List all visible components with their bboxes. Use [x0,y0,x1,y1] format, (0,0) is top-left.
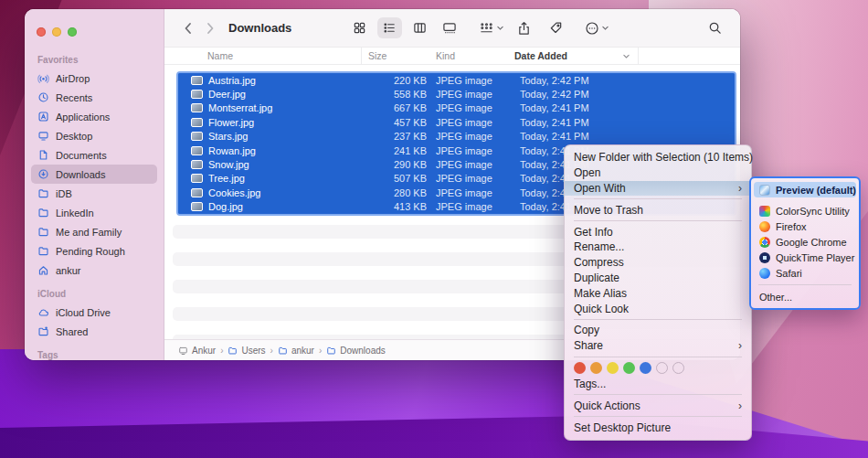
submenu-item-firefox[interactable]: Firefox [754,218,856,234]
sidebar-item-pending-rough[interactable]: Pending Rough [31,241,157,261]
tag-color-none[interactable] [672,362,684,374]
breadcrumb-separator: › [270,346,273,356]
tag-icon [549,21,563,35]
file-kind: JPEG image [436,131,514,142]
menu-item-label: Quick Look [574,303,629,315]
sidebar-item-idb[interactable]: iDB [31,184,157,203]
menu-item-share[interactable]: Share› [565,338,751,354]
menu-item-tags[interactable]: Tags... [565,377,751,392]
sidebar-item-desktop[interactable]: Desktop [31,126,157,145]
sidebar-item-shared[interactable]: Shared [31,322,157,341]
menu-item-copy[interactable]: Copy [565,323,751,338]
back-button[interactable] [177,17,199,39]
desktop: FavoritesAirDropRecentsApplicationsDeskt… [0,0,868,458]
file-kind: JPEG image [436,102,514,113]
context-menu: New Folder with Selection (10 Items)Open… [564,144,752,441]
sidebar-item-airdrop[interactable]: AirDrop [31,69,157,88]
menu-item-duplicate[interactable]: Duplicate [565,271,751,286]
menu-item-make-alias[interactable]: Make Alias [565,285,751,301]
menu-separator [574,416,742,417]
column-header-date-added[interactable]: Date Added [514,48,639,64]
submenu-item-quicktime-player[interactable]: QuickTime Player [754,250,856,265]
actions-button[interactable] [585,21,609,36]
file-date-added: Today, 2:41 PM [514,102,639,113]
more-actions-icon [585,21,599,36]
sidebar-item-label: Pending Rough [56,246,125,257]
breadcrumb-ankur[interactable]: ankur [278,346,314,356]
submenu-item-google-chrome[interactable]: Google Chrome [754,234,856,250]
sidebar-item-recents[interactable]: Recents [31,88,157,107]
sidebar-item-applications[interactable]: Applications [31,107,157,126]
icon-view-button[interactable] [347,17,372,38]
column-header-name[interactable]: Name [176,48,362,64]
tag-color-none[interactable] [656,362,668,374]
sidebar-item-icloud-drive[interactable]: iCloud Drive [31,303,157,322]
tag-color-dot[interactable] [590,362,602,374]
sidebar-item-ankur[interactable]: ankur [31,261,157,280]
image-thumbnail-icon [191,174,203,183]
file-name: Tree.jpg [208,173,245,184]
menu-separator [574,198,742,199]
zoom-button[interactable] [68,27,77,37]
share-button[interactable] [512,17,536,38]
file-row-montserrat-jpg[interactable]: Montserrat.jpg667 KBJPEG imageToday, 2:4… [178,101,735,115]
tag-color-dot[interactable] [574,362,586,374]
column-header-size[interactable]: Size [362,50,427,61]
file-name: Rowan.jpg [208,145,256,156]
menu-item-compress[interactable]: Compress [565,255,751,271]
file-row-austria-jpg[interactable]: Austria.jpg220 KBJPEG imageToday, 2:42 P… [178,73,735,87]
tags-button[interactable] [544,17,568,38]
column-header-kind[interactable]: Kind [436,50,514,61]
tag-color-dot[interactable] [623,362,635,374]
sidebar-item-linkedin[interactable]: LinkedIn [31,203,157,222]
folder-icon [37,245,49,257]
sidebar-item-label: AirDrop [56,73,90,84]
breadcrumb-ankur[interactable]: Ankur [178,346,216,356]
minimize-button[interactable] [52,27,61,37]
submenu-item-safari[interactable]: Safari [754,265,856,281]
file-row-deer-jpg[interactable]: Deer.jpg558 KBJPEG imageToday, 2:42 PM [178,87,735,101]
file-date-added: Today, 2:41 PM [514,131,639,142]
breadcrumb-users[interactable]: Users [228,346,265,356]
column-view-button[interactable] [408,17,432,38]
tag-color-dot[interactable] [640,362,651,374]
tag-color-dot[interactable] [607,362,619,374]
close-button[interactable] [37,27,46,37]
sidebar-item-me-and-family[interactable]: Me and Family [31,222,157,241]
file-name: Deer.jpg [208,89,246,100]
menu-separator [574,319,742,320]
breadcrumb-separator: › [220,346,223,356]
forward-button[interactable] [199,17,221,39]
file-size: 290 KB [362,159,427,170]
menu-item-open[interactable]: Open [565,165,751,181]
submenu-item-other[interactable]: Other... [754,289,856,304]
breadcrumb-downloads[interactable]: Downloads [326,346,385,356]
menu-item-move-to-trash[interactable]: Move to Trash [565,202,751,218]
search-button[interactable] [703,17,727,38]
gallery-view-button[interactable] [438,17,462,38]
menu-item-quick-look[interactable]: Quick Look [565,301,751,316]
sidebar-item-documents[interactable]: Documents [31,145,157,165]
menu-item-get-info[interactable]: Get Info [565,224,751,240]
menu-item-rename[interactable]: Rename... [565,240,751,255]
sidebar-item-downloads[interactable]: Downloads [31,165,157,184]
submenu-item-preview-default[interactable]: Preview (default) [754,182,856,197]
sidebar-section-label-tags: Tags [25,341,164,360]
folder-shared-icon [37,325,49,337]
submenu-item-label: ColorSync Utility [776,206,850,217]
submenu-item-label: QuickTime Player [776,252,854,263]
menu-item-new-folder-with-selection-10-items[interactable]: New Folder with Selection (10 Items) [565,150,751,165]
file-row-stars-jpg[interactable]: Stars.jpg237 KBJPEG imageToday, 2:41 PM [178,130,735,144]
search-icon [708,21,722,35]
colorsync-app-icon [759,206,770,217]
file-row-flower-jpg[interactable]: Flower.jpg457 KBJPEG imageToday, 2:41 PM [178,115,735,129]
window-title: Downloads [228,21,291,35]
file-name: Austria.jpg [208,75,256,86]
submenu-item-colorsync-utility[interactable]: ColorSync Utility [754,203,856,218]
group-by-button[interactable] [479,21,504,35]
menu-item-open-with[interactable]: Open With› [565,181,751,197]
list-view-button[interactable] [377,17,402,38]
menu-item-set-desktop-picture[interactable]: Set Desktop Picture [565,420,751,435]
clock-icon [37,91,49,103]
menu-item-quick-actions[interactable]: Quick Actions› [565,398,751,413]
